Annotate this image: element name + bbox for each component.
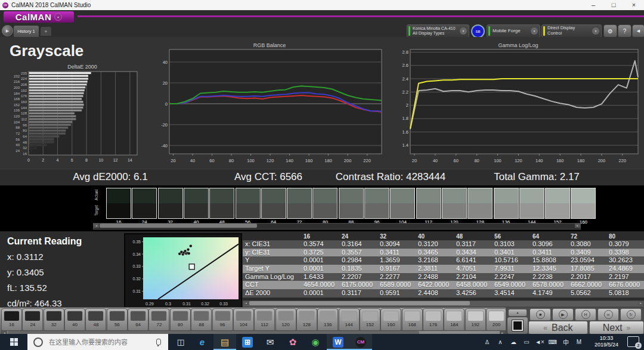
pink-app-taskbar-button[interactable]: ✿ [281, 334, 304, 350]
scroll-left-icon[interactable]: ◂ [243, 301, 249, 305]
continuous-button[interactable]: ∞ [597, 308, 619, 321]
ime-language[interactable]: 中 [559, 337, 572, 346]
display-control-dropdown[interactable]: Direct Display Control ▼ [541, 24, 602, 38]
pattern-button-112[interactable]: 112 [254, 308, 275, 332]
microphone-icon[interactable] [156, 339, 161, 345]
scroll-right-icon[interactable]: ▸ [638, 301, 643, 305]
pattern-button-168[interactable]: 168 [402, 308, 423, 332]
pattern-button-40[interactable]: 40 [64, 308, 85, 332]
scroll-right-icon[interactable]: ▸ [575, 224, 580, 228]
scrollbar-thumb[interactable] [249, 301, 470, 305]
table-cell: 0.3411 [377, 249, 416, 257]
pattern-button-32[interactable]: 32 [44, 308, 64, 332]
expand-pattern-tray-button[interactable]: ▲ [508, 309, 527, 317]
chevron-up-icon[interactable]: ∧ [494, 339, 507, 345]
search-input[interactable] [48, 338, 156, 346]
history-menu-button[interactable]: ▶ [2, 25, 13, 36]
calman-taskbar-button[interactable]: CM [349, 334, 372, 350]
swatch-64 [261, 188, 286, 219]
column-header-48: 48 [454, 233, 492, 240]
close-button[interactable]: × [624, 0, 644, 10]
svg-text:40: 40 [16, 143, 20, 147]
pattern-button-48[interactable]: 48 [85, 308, 106, 332]
pattern-level-label: 88 [191, 322, 211, 327]
pattern-window-button[interactable] [507, 317, 528, 334]
pattern-button-104[interactable]: 104 [233, 308, 254, 332]
svg-text:120: 120 [267, 158, 274, 163]
pattern-button-56[interactable]: 56 [107, 308, 128, 332]
table-scrollbar[interactable]: ◂ ▸ [243, 301, 644, 307]
deltae2000-bar-chart: DeltaE 200002468101214235232224216208200… [11, 63, 142, 165]
pattern-window-button[interactable]: H [575, 308, 596, 321]
meter-sb-badge[interactable]: SB [471, 24, 485, 38]
help-button[interactable]: ? [618, 24, 631, 38]
pattern-button-64[interactable]: 64 [128, 308, 148, 332]
edge-taskbar-button[interactable]: e [191, 334, 213, 350]
pattern-button-72[interactable]: 72 [148, 308, 169, 332]
pattern-button-136[interactable]: 136 [317, 308, 338, 332]
pattern-swatch [256, 311, 273, 321]
mail-taskbar-button[interactable]: ✉ [259, 334, 281, 350]
pattern-button-120[interactable]: 120 [275, 308, 296, 332]
action-center-icon[interactable]: 2 [627, 336, 639, 347]
battery-icon[interactable]: ▭ [520, 339, 533, 345]
table-cell: 23.0594 [568, 256, 606, 265]
pattern-button-184[interactable]: 184 [444, 308, 465, 332]
settings-button[interactable]: ⚙ [603, 24, 617, 38]
back-button[interactable]: « Back [528, 321, 588, 334]
pattern-button-176[interactable]: 176 [423, 308, 444, 332]
actual-swatch [442, 188, 466, 203]
calman-logo-text: CalMAN [16, 12, 52, 22]
wechat-taskbar-button[interactable]: ◉ [304, 334, 327, 350]
pattern-button-96[interactable]: 96 [212, 308, 233, 332]
ime-mode[interactable]: M [572, 339, 586, 345]
taskbar-search[interactable] [27, 334, 168, 350]
store-taskbar-button[interactable]: ⊞ [236, 334, 259, 350]
pattern-button-200[interactable]: 200 [486, 308, 507, 332]
target-swatch [494, 203, 518, 218]
meter-dropdown[interactable]: Konica Minolta CA-410 All Display Types … [407, 24, 469, 38]
people-icon[interactable]: ♙ [481, 339, 494, 345]
volume-mute-icon[interactable]: ◄× [533, 339, 546, 345]
table-cell: 4654.0000 [301, 281, 339, 289]
table-cell: 10.5716 [492, 256, 530, 265]
pattern-swatch [362, 311, 378, 321]
svg-text:136: 136 [14, 109, 20, 112]
svg-text:6: 6 [71, 158, 73, 162]
source-dropdown[interactable]: Mobile Forge ▼ [487, 24, 540, 38]
next-button[interactable]: Next » [589, 321, 644, 334]
play-button[interactable]: ▶ [552, 308, 574, 321]
pattern-button-80[interactable]: 80 [170, 308, 191, 332]
maximize-button[interactable]: □ [603, 0, 624, 10]
refresh-button[interactable]: ↻ [620, 308, 642, 321]
explorer-taskbar-button[interactable]: ▤ [213, 334, 236, 350]
pattern-button-16[interactable]: 16 [1, 308, 22, 332]
swatch-96 [364, 188, 389, 219]
pattern-button-192[interactable]: 192 [465, 308, 486, 332]
pattern-button-88[interactable]: 88 [191, 308, 212, 332]
scrollbar-thumb[interactable] [100, 224, 257, 228]
scroll-left-icon[interactable]: ◂ [94, 224, 99, 228]
svg-text:180: 180 [324, 158, 332, 163]
collapse-panel-button[interactable]: ◀ [632, 24, 644, 38]
start-button[interactable] [0, 334, 27, 350]
task-view-icon[interactable]: ◫ [171, 334, 191, 350]
pattern-button-24[interactable]: 24 [22, 308, 43, 332]
pattern-button-152[interactable]: 152 [360, 308, 380, 332]
tab-history-1[interactable]: History 1 [14, 26, 39, 37]
stop-button[interactable]: ■ [530, 308, 551, 321]
pattern-button-144[interactable]: 144 [339, 308, 360, 332]
add-tab-button[interactable]: + [41, 27, 51, 36]
swatch-24 [132, 188, 157, 219]
onedrive-icon[interactable]: ☁ [507, 339, 520, 345]
w-app-taskbar-button[interactable]: W [327, 334, 349, 350]
refresh-icon: ↻ [627, 310, 636, 319]
calman-logo-menu[interactable]: CalMAN ▼ [4, 11, 74, 23]
pattern-button-128[interactable]: 128 [296, 308, 317, 332]
pattern-button-160[interactable]: 160 [380, 308, 401, 332]
pattern-level-label: 48 [86, 322, 106, 327]
keyboard-icon[interactable]: ⌨ [546, 339, 559, 345]
taskbar-clock[interactable]: 10:33 2019/5/24 [589, 335, 624, 348]
swatch-strip-scrollbar[interactable]: ◂ ▸ [93, 223, 581, 230]
minimize-button[interactable]: – [583, 0, 603, 10]
